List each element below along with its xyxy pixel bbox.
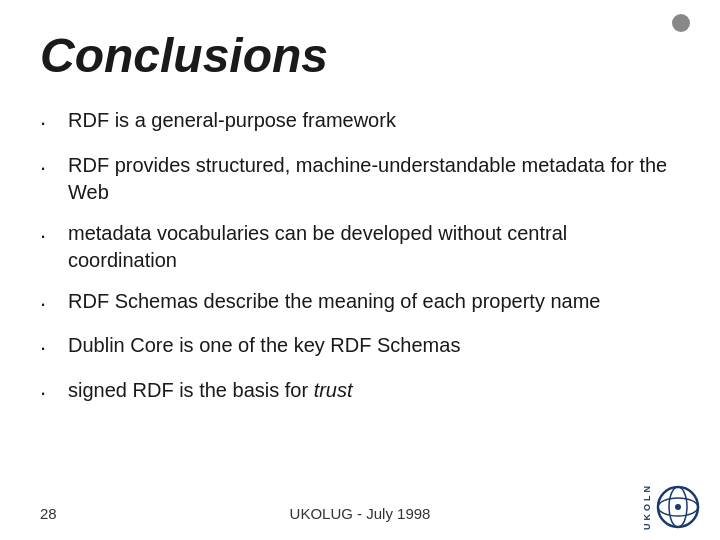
bullet-text: RDF provides structured, machine-underst… xyxy=(68,152,680,206)
bullet-dot: · xyxy=(40,221,68,251)
bullet-text-before: signed RDF is the basis for xyxy=(68,379,314,401)
logo-area: UKOLN xyxy=(642,483,700,530)
bullet-dot: · xyxy=(40,378,68,408)
bullet-list: · RDF is a general-purpose framework · R… xyxy=(40,107,680,408)
top-right-decoration xyxy=(672,14,690,32)
bullet-italic-text: trust xyxy=(314,379,353,401)
logo-letters: UKOLN xyxy=(642,483,652,530)
logo-icon xyxy=(656,485,700,529)
bullet-dot: · xyxy=(40,108,68,138)
list-item: · RDF is a general-purpose framework xyxy=(40,107,680,138)
list-item: · Dublin Core is one of the key RDF Sche… xyxy=(40,332,680,363)
list-item: · RDF provides structured, machine-under… xyxy=(40,152,680,206)
bullet-dot: · xyxy=(40,333,68,363)
bullet-text: RDF Schemas describe the meaning of each… xyxy=(68,288,680,315)
list-item: · metadata vocabularies can be developed… xyxy=(40,220,680,274)
svg-point-3 xyxy=(675,504,681,510)
list-item: · RDF Schemas describe the meaning of ea… xyxy=(40,288,680,319)
footer-text: UKOLUG - July 1998 xyxy=(0,505,720,522)
list-item: · signed RDF is the basis for trust xyxy=(40,377,680,408)
bullet-dot: · xyxy=(40,153,68,183)
slide-title: Conclusions xyxy=(40,28,680,83)
bullet-dot: · xyxy=(40,289,68,319)
bullet-text: Dublin Core is one of the key RDF Schema… xyxy=(68,332,680,359)
bullet-text: signed RDF is the basis for trust xyxy=(68,377,680,404)
bullet-text: RDF is a general-purpose framework xyxy=(68,107,680,134)
bullet-text: metadata vocabularies can be developed w… xyxy=(68,220,680,274)
slide: Conclusions · RDF is a general-purpose f… xyxy=(0,0,720,540)
